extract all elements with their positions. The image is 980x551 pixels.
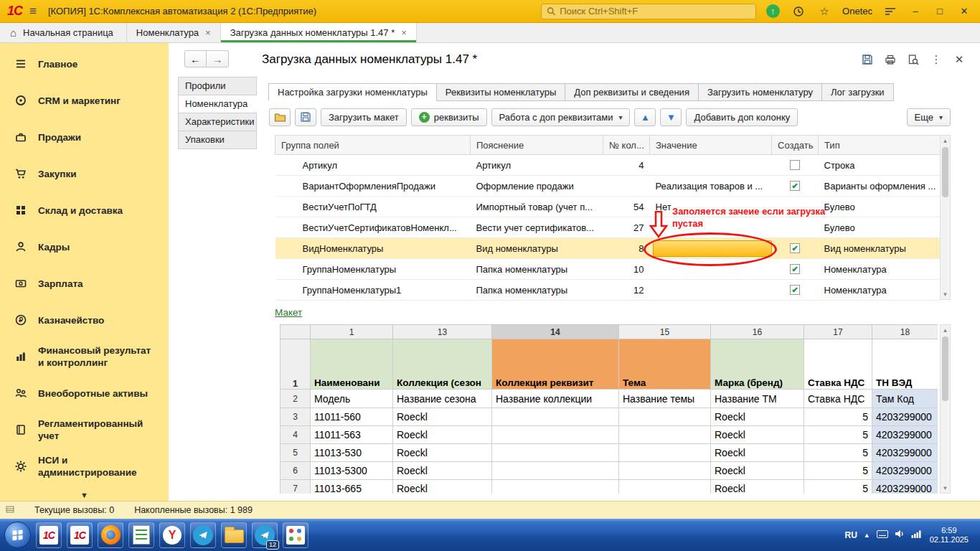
scroll-down-icon[interactable]: ▼ (941, 289, 950, 299)
hidden-icons-arrow[interactable]: ▲ (864, 532, 870, 539)
sidebar-more-arrow[interactable]: ▼ (0, 491, 169, 499)
sidebar-item-vneoborotnye[interactable]: Внеоборотные активы (0, 378, 169, 410)
main-menu-icon[interactable]: ≡ (29, 4, 37, 19)
home-page-button[interactable]: ⌂ Начальная страница (0, 23, 126, 42)
sheet-cell[interactable]: Коллекция реквизит (492, 339, 619, 390)
sheet-cell[interactable]: Roeckl (393, 480, 492, 494)
load-layout-button[interactable]: Загрузить макет (321, 108, 407, 126)
sheet-cell[interactable]: Тема (619, 339, 711, 390)
network-icon[interactable] (911, 529, 922, 540)
start-button[interactable] (4, 522, 31, 548)
taskbar-app-telegram-2[interactable]: 12 (252, 522, 278, 548)
sheet-cell[interactable]: Roeckl (711, 480, 804, 494)
save-icon[interactable] (858, 52, 877, 67)
sheet-col-header[interactable]: 15 (619, 325, 711, 339)
col-note[interactable]: Пояснение (471, 136, 603, 155)
sheet-cell[interactable]: Название темы (619, 390, 711, 408)
sheet-cell[interactable] (492, 444, 619, 462)
sheet-cell[interactable] (492, 426, 619, 444)
sidebar-item-prodazhi[interactable]: Продажи (0, 122, 169, 154)
create-checkbox[interactable] (790, 160, 800, 170)
favorites-star-icon[interactable]: ☆ (815, 3, 834, 20)
sheet-cell[interactable]: 5 (804, 462, 872, 480)
minimize-button[interactable]: – (907, 6, 924, 17)
sheet-cell[interactable]: 5 (804, 444, 872, 462)
sheet-col-header[interactable]: 17 (804, 325, 872, 339)
preview-icon[interactable] (904, 52, 923, 67)
sheet-cell[interactable]: Название ТМ (711, 390, 804, 408)
sheet-cell[interactable] (619, 480, 711, 494)
sheet-cell[interactable] (619, 462, 711, 480)
sheet-cell[interactable]: 11013-530 (311, 444, 393, 462)
save-profile-button[interactable] (295, 108, 316, 126)
tab-rekvizity[interactable]: Реквизиты номенклатуры (436, 83, 565, 101)
scroll-up-icon[interactable]: ▲ (941, 136, 950, 146)
close-form-icon[interactable]: ✕ (950, 52, 969, 67)
sheet-cell[interactable]: Roeckl (393, 426, 492, 444)
table-row[interactable]: ГруппаНоменклатуры1 Папка номенклатуры 1… (275, 280, 941, 301)
more-button[interactable]: Еще (907, 108, 951, 126)
scrollbar-thumb[interactable] (942, 147, 948, 197)
layout-link[interactable]: Макет (275, 307, 302, 318)
open-profile-button[interactable] (269, 108, 291, 126)
back-button[interactable]: ← (184, 50, 207, 67)
table-row-selected[interactable]: ВидНоменклатуры Вид номенклатуры 8 ✔ Вид… (275, 238, 941, 259)
sheet-cell[interactable]: 4203299000 (872, 444, 938, 462)
table-scrollbar[interactable]: ▲ ▼ (940, 135, 951, 300)
sheet-cell[interactable]: 4203299000 (872, 480, 938, 494)
create-checkbox[interactable]: ✔ (790, 285, 800, 295)
sheet-cell[interactable] (492, 408, 619, 426)
sheet-cell[interactable] (619, 408, 711, 426)
sheet-col-header[interactable]: 16 (711, 325, 804, 339)
sidebar-item-nsi[interactable]: НСИ и администрирование (0, 451, 169, 483)
sheet-cell[interactable]: 11011-560 (311, 408, 393, 426)
scrollbar-thumb[interactable] (942, 336, 948, 401)
close-window-button[interactable]: ✕ (956, 6, 973, 17)
sheet-cell[interactable] (619, 444, 711, 462)
sheet-col-header-selected[interactable]: 14 (492, 325, 619, 339)
col-num[interactable]: № кол... (603, 136, 650, 155)
sheet-cell[interactable]: Коллекция (сезон (393, 339, 492, 390)
sheet-cell[interactable]: 4203299000 (872, 426, 938, 444)
sheet-cell[interactable]: Название сезона (393, 390, 492, 408)
sheet-cell[interactable]: Roeckl (711, 426, 804, 444)
sheet-cell[interactable]: Ставка НДС (804, 339, 872, 390)
tab-dop-rekvizity[interactable]: Доп реквизиты и сведения (565, 83, 699, 101)
sheet-cell[interactable]: Ставка НДС (804, 390, 872, 408)
clock[interactable]: 6:59 02.11.2025 (930, 526, 969, 545)
taskbar-app-1c[interactable]: 1С (36, 522, 62, 548)
create-checkbox[interactable]: ✔ (790, 243, 800, 253)
taskbar-app-yandex[interactable]: Y (159, 522, 185, 548)
service-menu-icon[interactable] (881, 3, 900, 20)
sheet-corner[interactable] (281, 325, 311, 339)
col-type[interactable]: Тип (819, 136, 941, 155)
sheet-cell[interactable]: 4203299000 (872, 408, 938, 426)
close-tab-icon[interactable]: × (205, 27, 211, 38)
sheet-cell[interactable]: Roeckl (393, 408, 492, 426)
col-value[interactable]: Значение (650, 136, 772, 155)
keyboard-icon[interactable] (877, 529, 888, 540)
sheet-cell[interactable]: Roeckl (393, 444, 492, 462)
tab-log[interactable]: Лог загрузки (821, 83, 894, 101)
sheet-cell[interactable]: 5 (804, 426, 872, 444)
col-create[interactable]: Создать (772, 136, 819, 155)
sheet-cell[interactable]: Там Код (872, 390, 938, 408)
sheet-cell[interactable] (619, 426, 711, 444)
update-notification-icon[interactable]: ↑ (763, 3, 782, 20)
taskbar-app-paint[interactable] (283, 522, 308, 548)
scroll-up-icon[interactable]: ▲ (941, 325, 950, 335)
sheet-cell[interactable]: 11011-563 (311, 426, 393, 444)
table-row[interactable]: ВариантОформленияПродажи Оформление прод… (275, 176, 941, 197)
tab-nastroyka-zagruzki[interactable]: Настройка загрузки номенклатуры (268, 83, 437, 101)
sheet-cell[interactable]: Roeckl (711, 444, 804, 462)
table-row[interactable]: Артикул Артикул 4 Строка (275, 155, 941, 176)
sidebar-item-finrezultat[interactable]: Финансовый результат и контроллинг (0, 342, 169, 373)
taskbar-app-firefox[interactable] (98, 522, 123, 548)
sidebar-item-glavnoe[interactable]: Главное (0, 49, 169, 80)
kebab-menu-icon[interactable]: ⋮ (927, 52, 946, 67)
sidebar-item-crm[interactable]: CRM и маркетинг (0, 85, 169, 117)
keyboard-layout[interactable]: RU (844, 530, 857, 540)
sidebar-item-kaznacheystvo[interactable]: ₽ Казначейство (0, 305, 169, 336)
volume-icon[interactable] (895, 529, 905, 540)
current-user[interactable]: Onetec (842, 6, 872, 17)
